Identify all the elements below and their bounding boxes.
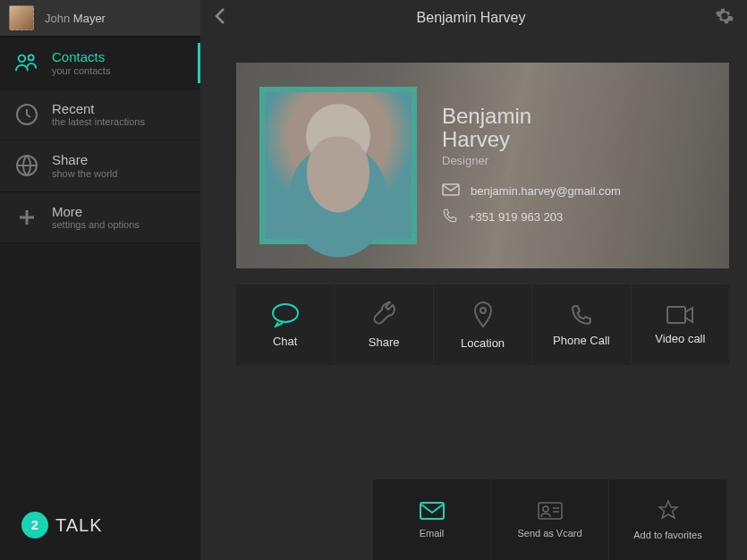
svg-rect-4 xyxy=(443,184,459,195)
globe-icon xyxy=(14,154,39,177)
bottom-action-vcard[interactable]: Send as Vcard xyxy=(491,479,608,560)
profile-role: Designer xyxy=(442,154,621,167)
sidebar: John Mayer Contacts your contacts Recent xyxy=(0,0,200,560)
action-video-call[interactable]: Video call xyxy=(632,284,729,365)
sidebar-item-more[interactable]: More settings and options xyxy=(0,192,200,244)
brand-logo: 2 TALK xyxy=(0,490,200,560)
profile-name: BenjaminHarvey xyxy=(442,105,621,149)
action-share[interactable]: Share xyxy=(335,284,432,365)
svg-point-10 xyxy=(543,506,548,512)
current-user-bar[interactable]: John Mayer xyxy=(0,0,200,36)
action-label: Send as Vcard xyxy=(517,528,581,539)
settings-button[interactable] xyxy=(715,6,734,30)
brand-badge-icon: 2 xyxy=(21,512,48,539)
action-phone-call[interactable]: Phone Call xyxy=(532,284,630,365)
svg-point-5 xyxy=(273,304,298,322)
profile-photo xyxy=(259,87,417,244)
action-label: Share xyxy=(369,335,400,349)
svg-point-1 xyxy=(29,55,34,61)
svg-rect-8 xyxy=(420,503,444,519)
nav-label: More xyxy=(52,205,140,220)
svg-rect-7 xyxy=(667,307,685,323)
main-panel: Benjamin Harvey BenjaminHarvey Designer … xyxy=(200,0,747,560)
action-label: Email xyxy=(420,528,445,539)
clock-icon xyxy=(14,103,39,126)
svg-point-0 xyxy=(19,55,25,62)
contacts-icon xyxy=(14,52,39,73)
nav-sublabel: show the world xyxy=(52,168,117,179)
header: Benjamin Harvey xyxy=(200,0,747,36)
profile-email-row: benjamin.harvey@gmail.com xyxy=(442,183,621,199)
action-row: Chat Share Location Phone Call Video cal… xyxy=(236,284,729,365)
action-location[interactable]: Location xyxy=(434,284,531,365)
action-label: Add to favorites xyxy=(633,530,701,540)
sidebar-item-recent[interactable]: Recent the latest interactions xyxy=(0,89,200,141)
bottom-action-row: Email Send as Vcard Add to favorites xyxy=(236,479,729,560)
sidebar-nav: Contacts your contacts Recent the latest… xyxy=(0,36,200,243)
nav-sublabel: settings and options xyxy=(52,219,140,230)
profile-phone-row: +351 919 963 203 xyxy=(442,208,621,226)
nav-sublabel: the latest interactions xyxy=(52,116,145,127)
action-label: Video call xyxy=(655,332,705,345)
nav-label: Contacts xyxy=(52,50,110,65)
user-name: John Mayer xyxy=(45,12,106,25)
profile-card: BenjaminHarvey Designer benjamin.harvey@… xyxy=(236,63,729,268)
envelope-icon xyxy=(442,183,460,199)
plus-icon xyxy=(14,208,39,227)
bottom-action-email[interactable]: Email xyxy=(373,479,490,560)
page-title: Benjamin Harvey xyxy=(240,10,702,26)
bottom-action-favorite[interactable]: Add to favorites xyxy=(609,479,726,560)
action-label: Location xyxy=(461,336,505,350)
action-chat[interactable]: Chat xyxy=(236,284,334,365)
profile-phone: +351 919 963 203 xyxy=(469,210,563,224)
sidebar-item-share[interactable]: Share show the world xyxy=(0,140,200,192)
profile-email: benjamin.harvey@gmail.com xyxy=(471,184,621,198)
brand-name: TALK xyxy=(55,515,103,536)
phone-icon xyxy=(442,208,458,226)
nav-sublabel: your contacts xyxy=(52,65,110,76)
nav-label: Recent xyxy=(52,102,145,117)
svg-point-6 xyxy=(480,308,486,313)
back-button[interactable] xyxy=(213,5,227,30)
sidebar-item-contacts[interactable]: Contacts your contacts xyxy=(0,38,200,89)
action-label: Chat xyxy=(273,335,297,348)
action-label: Phone Call xyxy=(553,334,610,347)
nav-label: Share xyxy=(52,153,117,168)
user-avatar xyxy=(9,5,34,30)
